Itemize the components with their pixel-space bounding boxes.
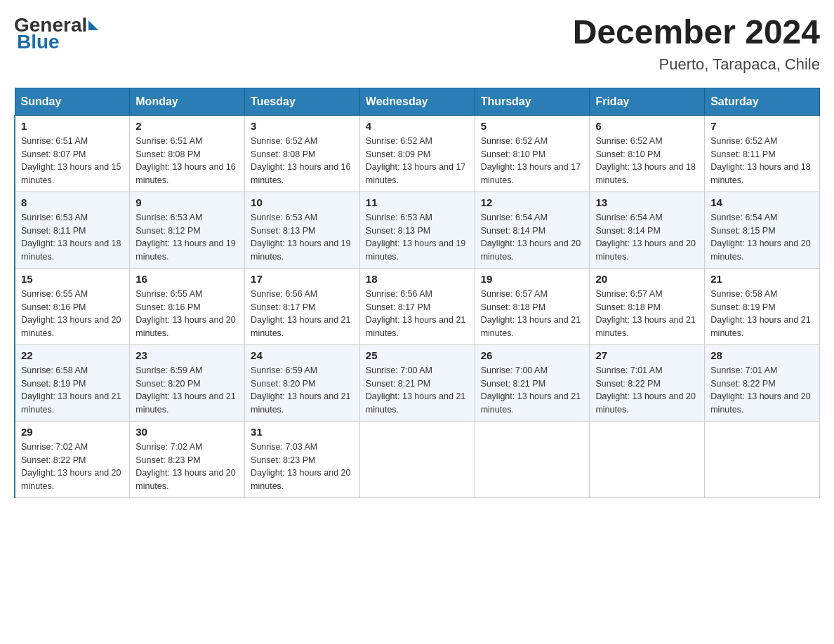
day-number: 18 [366, 273, 469, 285]
page-header: General Blue December 2024 Puerto, Tarap… [14, 14, 820, 74]
calendar-cell: 18 Sunrise: 6:56 AMSunset: 8:17 PMDaylig… [359, 268, 475, 344]
day-number: 30 [135, 426, 239, 438]
day-number: 25 [366, 349, 469, 361]
calendar-cell: 3 Sunrise: 6:52 AMSunset: 8:08 PMDayligh… [245, 115, 360, 192]
calendar-cell [475, 421, 590, 497]
calendar-cell: 15 Sunrise: 6:55 AMSunset: 8:16 PMDaylig… [15, 268, 130, 344]
day-number: 8 [21, 196, 124, 208]
day-number: 24 [251, 349, 354, 361]
calendar-cell: 4 Sunrise: 6:52 AMSunset: 8:09 PMDayligh… [359, 115, 475, 192]
calendar-cell: 5 Sunrise: 6:52 AMSunset: 8:10 PMDayligh… [475, 115, 590, 192]
calendar-cell: 31 Sunrise: 7:03 AMSunset: 8:23 PMDaylig… [245, 421, 360, 497]
day-number: 11 [366, 196, 469, 208]
calendar-cell [590, 421, 705, 497]
calendar-cell: 23 Sunrise: 6:59 AMSunset: 8:20 PMDaylig… [130, 344, 245, 421]
day-info: Sunrise: 7:03 AMSunset: 8:23 PMDaylight:… [251, 441, 354, 493]
day-number: 29 [21, 426, 124, 438]
day-number: 13 [595, 196, 699, 208]
calendar-cell: 10 Sunrise: 6:53 AMSunset: 8:13 PMDaylig… [245, 192, 360, 268]
day-number: 4 [366, 120, 469, 132]
day-info: Sunrise: 6:54 AMSunset: 8:14 PMDaylight:… [595, 211, 699, 264]
day-info: Sunrise: 7:02 AMSunset: 8:22 PMDaylight:… [21, 441, 124, 493]
day-number: 22 [21, 349, 124, 361]
day-info: Sunrise: 6:53 AMSunset: 8:13 PMDaylight:… [251, 211, 354, 264]
calendar-cell: 14 Sunrise: 6:54 AMSunset: 8:15 PMDaylig… [705, 192, 820, 268]
day-info: Sunrise: 6:58 AMSunset: 8:19 PMDaylight:… [710, 288, 814, 340]
calendar-cell: 6 Sunrise: 6:52 AMSunset: 8:10 PMDayligh… [590, 115, 705, 192]
calendar-cell: 28 Sunrise: 7:01 AMSunset: 8:22 PMDaylig… [705, 344, 820, 421]
logo: General Blue [14, 14, 100, 53]
calendar-cell: 20 Sunrise: 6:57 AMSunset: 8:18 PMDaylig… [590, 268, 705, 344]
day-number: 19 [481, 273, 584, 285]
calendar-cell: 7 Sunrise: 6:52 AMSunset: 8:11 PMDayligh… [705, 115, 820, 192]
day-number: 14 [710, 196, 814, 208]
calendar-cell: 27 Sunrise: 7:01 AMSunset: 8:22 PMDaylig… [590, 344, 705, 421]
col-header-sunday: Sunday [15, 88, 130, 115]
day-number: 6 [595, 120, 699, 132]
calendar-cell: 25 Sunrise: 7:00 AMSunset: 8:21 PMDaylig… [359, 344, 475, 421]
day-number: 16 [135, 273, 239, 285]
day-info: Sunrise: 6:57 AMSunset: 8:18 PMDaylight:… [595, 288, 699, 340]
day-info: Sunrise: 7:00 AMSunset: 8:21 PMDaylight:… [366, 364, 469, 417]
logo-blue-text: Blue [17, 31, 60, 53]
calendar-cell [705, 421, 820, 497]
day-info: Sunrise: 6:58 AMSunset: 8:19 PMDaylight:… [21, 364, 124, 417]
calendar-week-row: 15 Sunrise: 6:55 AMSunset: 8:16 PMDaylig… [15, 268, 820, 344]
day-info: Sunrise: 6:56 AMSunset: 8:17 PMDaylight:… [366, 288, 469, 340]
calendar-cell: 30 Sunrise: 7:02 AMSunset: 8:23 PMDaylig… [130, 421, 245, 497]
calendar-week-row: 1 Sunrise: 6:51 AMSunset: 8:07 PMDayligh… [15, 115, 820, 192]
day-info: Sunrise: 6:54 AMSunset: 8:15 PMDaylight:… [710, 211, 814, 264]
day-number: 5 [481, 120, 584, 132]
location-text: Puerto, Tarapaca, Chile [573, 55, 820, 74]
day-info: Sunrise: 6:56 AMSunset: 8:17 PMDaylight:… [251, 288, 354, 340]
calendar-cell: 21 Sunrise: 6:58 AMSunset: 8:19 PMDaylig… [705, 268, 820, 344]
day-info: Sunrise: 7:00 AMSunset: 8:21 PMDaylight:… [481, 364, 584, 417]
day-number: 31 [251, 426, 354, 438]
day-number: 12 [481, 196, 584, 208]
day-number: 28 [710, 349, 814, 361]
day-info: Sunrise: 6:57 AMSunset: 8:18 PMDaylight:… [481, 288, 584, 340]
calendar-header-row: SundayMondayTuesdayWednesdayThursdayFrid… [15, 88, 820, 115]
calendar-cell: 16 Sunrise: 6:55 AMSunset: 8:16 PMDaylig… [130, 268, 245, 344]
logo-arrow-icon [88, 20, 98, 30]
day-number: 26 [481, 349, 584, 361]
calendar-cell: 12 Sunrise: 6:54 AMSunset: 8:14 PMDaylig… [475, 192, 590, 268]
calendar-cell: 19 Sunrise: 6:57 AMSunset: 8:18 PMDaylig… [475, 268, 590, 344]
day-info: Sunrise: 6:51 AMSunset: 8:07 PMDaylight:… [21, 135, 124, 187]
day-info: Sunrise: 6:53 AMSunset: 8:13 PMDaylight:… [366, 211, 469, 264]
day-info: Sunrise: 6:59 AMSunset: 8:20 PMDaylight:… [251, 364, 354, 417]
day-info: Sunrise: 6:55 AMSunset: 8:16 PMDaylight:… [135, 288, 239, 340]
calendar-cell: 1 Sunrise: 6:51 AMSunset: 8:07 PMDayligh… [15, 115, 130, 192]
month-title: December 2024 [573, 14, 820, 51]
day-info: Sunrise: 7:01 AMSunset: 8:22 PMDaylight:… [710, 364, 814, 417]
calendar-cell: 26 Sunrise: 7:00 AMSunset: 8:21 PMDaylig… [475, 344, 590, 421]
calendar-cell: 29 Sunrise: 7:02 AMSunset: 8:22 PMDaylig… [15, 421, 130, 497]
day-number: 9 [135, 196, 239, 208]
day-info: Sunrise: 6:53 AMSunset: 8:12 PMDaylight:… [135, 211, 239, 264]
calendar-week-row: 29 Sunrise: 7:02 AMSunset: 8:22 PMDaylig… [15, 421, 820, 497]
day-number: 27 [595, 349, 699, 361]
calendar-cell: 24 Sunrise: 6:59 AMSunset: 8:20 PMDaylig… [245, 344, 360, 421]
day-info: Sunrise: 6:52 AMSunset: 8:11 PMDaylight:… [710, 135, 814, 187]
day-number: 7 [710, 120, 814, 132]
day-info: Sunrise: 6:59 AMSunset: 8:20 PMDaylight:… [135, 364, 239, 417]
calendar-cell: 9 Sunrise: 6:53 AMSunset: 8:12 PMDayligh… [130, 192, 245, 268]
col-header-tuesday: Tuesday [245, 88, 360, 115]
day-number: 20 [595, 273, 699, 285]
calendar-cell: 8 Sunrise: 6:53 AMSunset: 8:11 PMDayligh… [15, 192, 130, 268]
col-header-saturday: Saturday [705, 88, 820, 115]
col-header-wednesday: Wednesday [359, 88, 475, 115]
day-info: Sunrise: 6:53 AMSunset: 8:11 PMDaylight:… [21, 211, 124, 264]
day-info: Sunrise: 6:52 AMSunset: 8:10 PMDaylight:… [595, 135, 699, 187]
day-info: Sunrise: 7:01 AMSunset: 8:22 PMDaylight:… [595, 364, 699, 417]
day-info: Sunrise: 6:55 AMSunset: 8:16 PMDaylight:… [21, 288, 124, 340]
day-info: Sunrise: 6:51 AMSunset: 8:08 PMDaylight:… [135, 135, 239, 187]
title-area: December 2024 Puerto, Tarapaca, Chile [573, 14, 820, 74]
calendar-week-row: 8 Sunrise: 6:53 AMSunset: 8:11 PMDayligh… [15, 192, 820, 268]
col-header-thursday: Thursday [475, 88, 590, 115]
calendar-table: SundayMondayTuesdayWednesdayThursdayFrid… [14, 88, 820, 498]
calendar-cell: 22 Sunrise: 6:58 AMSunset: 8:19 PMDaylig… [15, 344, 130, 421]
calendar-cell: 13 Sunrise: 6:54 AMSunset: 8:14 PMDaylig… [590, 192, 705, 268]
calendar-week-row: 22 Sunrise: 6:58 AMSunset: 8:19 PMDaylig… [15, 344, 820, 421]
day-number: 1 [21, 120, 124, 132]
